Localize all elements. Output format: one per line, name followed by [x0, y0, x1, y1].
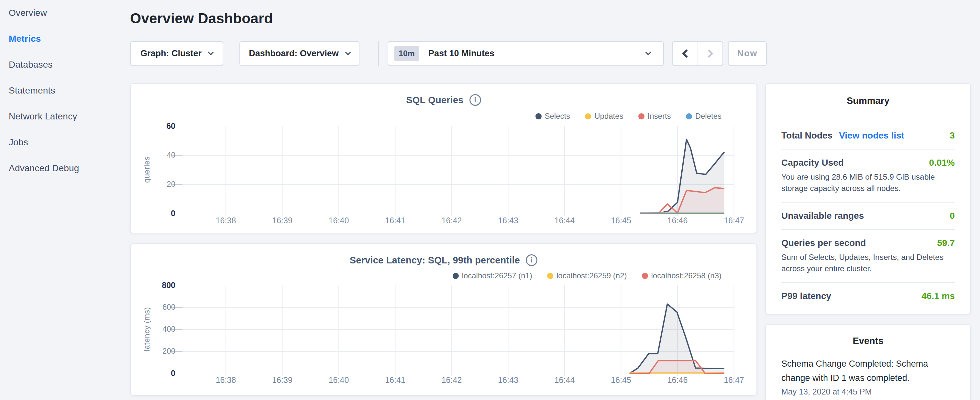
sql-queries-chart-card: SQL Queries i SelectsUpdatesInsertsDelet… — [130, 83, 757, 233]
x-axis-tick-label: 16:39 — [260, 216, 305, 225]
event-text: Schema Change Completed: Schema change w… — [781, 357, 955, 385]
graph-dropdown-label: Graph: Cluster — [140, 49, 202, 59]
sidebar: Overview Metrics Databases Statements Ne… — [9, 0, 122, 181]
y-axis-title: queries — [142, 127, 151, 212]
time-window-dropdown[interactable]: 10m Past 10 Minutes — [388, 41, 664, 66]
prev-time-button[interactable] — [673, 42, 698, 65]
event-item[interactable]: Schema Change Completed: Schema change w… — [781, 357, 955, 397]
summary-row-label: Total Nodes — [781, 131, 832, 141]
chevron-down-icon — [645, 49, 651, 55]
x-axis-tick-label: 16:47 — [711, 216, 757, 225]
x-axis-tick-label: 16:45 — [598, 216, 644, 225]
event-timestamp: May 13, 2020 at 4:45 PM — [781, 387, 955, 397]
summary-row-label: Queries per second — [781, 238, 866, 248]
x-axis-tick-label: 16:45 — [598, 375, 644, 385]
service-latency-chart-card: Service Latency: SQL, 99th percentile i … — [130, 243, 757, 396]
summary-row-value: 0 — [950, 211, 955, 221]
x-axis-tick-label: 16:44 — [542, 216, 587, 225]
x-axis-tick-label: 16:47 — [711, 375, 757, 385]
dashboard-dropdown[interactable]: Dashboard: Overview — [239, 41, 360, 66]
page-title: Overview Dashboard — [130, 10, 273, 27]
sidebar-item-overview[interactable]: Overview — [9, 0, 122, 26]
summary-panel: Summary Total Nodes View nodes list 3 Ca… — [765, 83, 971, 315]
x-axis-tick-label: 16:43 — [486, 216, 531, 225]
chart-plot — [131, 244, 758, 397]
y-axis-title: latency (ms) — [142, 287, 151, 371]
summary-row-label: Capacity Used — [781, 158, 844, 168]
x-axis-tick-label: 16:38 — [203, 216, 248, 225]
x-axis-tick-label: 16:39 — [260, 375, 305, 385]
events-title: Events — [781, 336, 955, 346]
summary-row-label: Unavailable ranges — [781, 211, 864, 221]
x-axis-tick-label: 16:43 — [486, 375, 531, 385]
sidebar-item-advanced-debug[interactable]: Advanced Debug — [9, 155, 122, 181]
x-axis-tick-label: 16:41 — [373, 375, 418, 385]
chevron-down-icon — [345, 49, 351, 55]
x-axis-tick-label: 16:40 — [316, 375, 361, 385]
time-window-badge: 10m — [394, 46, 419, 61]
next-time-button[interactable] — [698, 42, 722, 65]
chevron-left-icon — [682, 49, 691, 58]
graph-dropdown[interactable]: Graph: Cluster — [130, 41, 223, 66]
summary-row-p99-latency: P99 latency 46.1 ms — [781, 282, 955, 309]
summary-title: Summary — [781, 96, 955, 106]
now-button[interactable]: Now — [728, 41, 767, 66]
summary-row-value: 0.01% — [929, 158, 955, 168]
summary-row-description: Sum of Selects, Updates, Inserts, and De… — [781, 252, 955, 274]
summary-row-description: You are using 28.6 MiB of 515.9 GiB usab… — [781, 171, 955, 194]
sidebar-item-network-latency[interactable]: Network Latency — [9, 104, 122, 129]
view-nodes-link[interactable]: View nodes list — [839, 131, 904, 141]
x-axis-tick-label: 16:40 — [316, 216, 361, 225]
x-axis-tick-label: 16:46 — [655, 216, 700, 225]
summary-row-label: P99 latency — [781, 291, 831, 301]
summary-row-total-nodes: Total Nodes View nodes list 3 — [781, 122, 955, 149]
sidebar-item-metrics[interactable]: Metrics — [9, 26, 122, 52]
summary-row-value: 3 — [950, 131, 955, 141]
sidebar-item-databases[interactable]: Databases — [9, 52, 122, 78]
x-axis-tick-label: 16:41 — [373, 216, 418, 225]
chevron-right-icon — [705, 49, 713, 58]
time-window-label: Past 10 Minutes — [428, 49, 494, 59]
summary-row-capacity-used: Capacity Used 0.01% You are using 28.6 M… — [781, 149, 955, 202]
x-axis-tick-label: 16:42 — [429, 375, 474, 385]
events-panel: Events Schema Change Completed: Schema c… — [765, 324, 971, 400]
sidebar-item-statements[interactable]: Statements — [9, 78, 122, 104]
x-axis-tick-label: 16:46 — [655, 375, 700, 385]
sidebar-item-jobs[interactable]: Jobs — [9, 129, 122, 155]
summary-row-queries-per-second: Queries per second 59.7 Sum of Selects, … — [781, 229, 955, 282]
dashboard-dropdown-label: Dashboard: Overview — [249, 49, 339, 59]
time-nav-group — [672, 41, 723, 66]
x-axis-tick-label: 16:42 — [429, 216, 474, 225]
summary-row-unavailable-ranges: Unavailable ranges 0 — [781, 202, 955, 229]
chart-plot — [131, 84, 758, 234]
chevron-down-icon — [208, 49, 213, 55]
x-axis-tick-label: 16:44 — [542, 375, 587, 385]
x-axis-tick-label: 16:38 — [203, 375, 248, 385]
summary-row-value: 59.7 — [937, 238, 955, 248]
toolbar-divider — [378, 41, 379, 66]
summary-row-value: 46.1 ms — [921, 291, 955, 301]
